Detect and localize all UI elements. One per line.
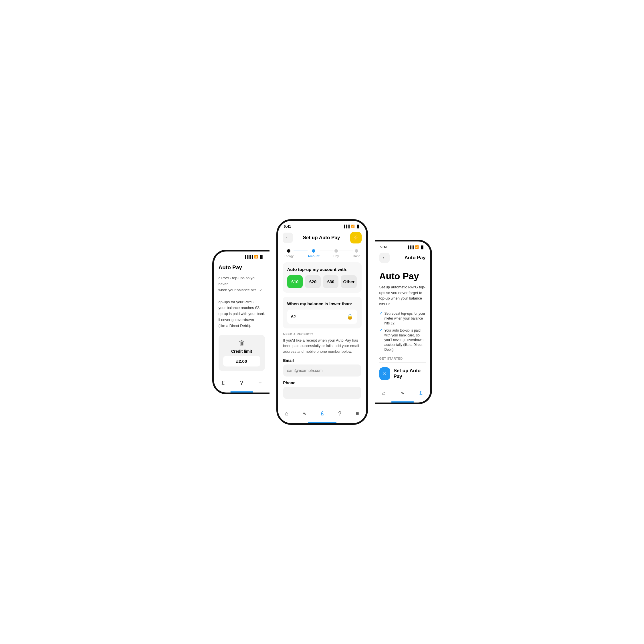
balance-field: £2 🔒 [287, 310, 357, 324]
amount-20-button[interactable]: £20 [305, 275, 321, 288]
scene: ▐▐▐▐ 📶 ▐▌ Auto Pay c PAYG top-ups so you… [165, 219, 479, 425]
center-nav-header: ← Set up Auto Pay ⚡ [278, 230, 366, 247]
stepper-line-3 [339, 251, 353, 251]
left-title: Auto Pay [219, 264, 265, 271]
right-nav-home-icon[interactable]: ⌂ [381, 389, 387, 397]
credit-limit-label: Credit limit [231, 349, 252, 354]
stepper-label-energy: Energy [284, 254, 294, 258]
amount-10-button[interactable]: £10 [287, 275, 303, 288]
stepper-dot-amount [312, 249, 315, 253]
credit-card: 🗑 Credit limit £2.00 [219, 335, 265, 371]
stepper-dot-done [355, 249, 358, 253]
center-flash-button[interactable]: ⚡ [350, 232, 362, 243]
check-text-2: Your auto top-up is paid with your bank … [385, 328, 426, 352]
infinity-icon: ∞ [383, 370, 387, 377]
amount-options: £10 £20 £30 Other [287, 275, 357, 288]
balance-card-title: When my balance is lower than: [287, 301, 357, 306]
center-nav-title: Set up Auto Pay [303, 235, 340, 241]
right-back-button[interactable]: ← [379, 253, 390, 263]
check-mark-1: ✓ [379, 311, 382, 326]
right-nav-title: Auto Pay [405, 255, 426, 261]
flash-icon: ⚡ [352, 234, 359, 241]
right-status-bar: 9:41 ▐▐▐ 📶 ▐▌ [375, 241, 430, 250]
amount-card: Auto top-up my account with: £10 £20 £30… [283, 262, 362, 293]
right-wifi-icon: 📶 [415, 245, 419, 249]
stepper-dot-energy [287, 249, 290, 253]
left-status-bar: ▐▐▐▐ 📶 ▐▌ [214, 251, 270, 260]
center-content: Auto top-up my account with: £10 £20 £30… [278, 262, 366, 407]
get-started-label: GET STARTED [379, 357, 426, 360]
center-bottom-nav: ⌂ ∿ £ ? ≡ [278, 406, 366, 423]
center-battery-icon: ▐▌ [356, 225, 360, 228]
stepper-amount: Amount [308, 249, 320, 258]
right-description: Set up automatic PAYG top-ups so you nev… [379, 284, 426, 307]
right-content: Auto Pay Set up automatic PAYG top-ups s… [375, 266, 430, 385]
center-status-bar: 9:41 ▐▐▐ 📶 ▐▌ [278, 221, 366, 230]
amount-30-button[interactable]: £30 [323, 275, 339, 288]
right-phone: 9:41 ▐▐▐ 📶 ▐▌ ← Auto Pay Auto Pay Set up… [375, 240, 432, 404]
setup-btn-label: Set up Auto Pay [394, 368, 426, 379]
left-phone: ▐▐▐▐ 📶 ▐▌ Auto Pay c PAYG top-ups so you… [212, 250, 270, 394]
check-item-1: ✓ Set repeat top-ups for your meter when… [379, 311, 426, 326]
center-nav-menu-icon[interactable]: ≡ [354, 409, 360, 418]
right-bottom-nav: ⌂ ∿ £ [375, 386, 430, 403]
signal-icon: ▐▐▐▐ [244, 255, 253, 259]
receipt-description: If you'd like a receipt when your Auto P… [283, 338, 361, 354]
left-bottom-nav: £ ? ≡ [214, 376, 270, 393]
check-text-1: Set repeat top-ups for your meter when y… [385, 311, 426, 326]
left-status-icons: ▐▐▐▐ 📶 ▐▌ [244, 255, 264, 259]
phone-input[interactable] [283, 387, 361, 399]
right-battery-icon: ▐▌ [420, 245, 425, 249]
phone-label: Phone [283, 381, 361, 385]
stepper-line-1 [294, 251, 308, 251]
right-nav-activity-icon[interactable]: ∿ [399, 389, 405, 397]
setup-auto-pay-button[interactable]: ∞ Set up Auto Pay [379, 366, 426, 381]
check-mark-2: ✓ [379, 328, 382, 352]
trash-icon: 🗑 [239, 339, 245, 347]
check-item-2: ✓ Your auto top-up is paid with your ban… [379, 328, 426, 352]
stepper-done: Done [353, 249, 360, 258]
center-phone: 9:41 ▐▐▐ 📶 ▐▌ ← Set up Auto Pay ⚡ Energy [276, 219, 368, 425]
wifi-icon: 📶 [254, 255, 258, 259]
right-nav-payment-icon[interactable]: £ [418, 389, 424, 397]
receipt-section: NEED A RECEIPT? If you'd like a receipt … [283, 332, 362, 403]
center-wifi-icon: 📶 [351, 225, 355, 228]
email-input[interactable] [283, 364, 361, 377]
center-status-icons: ▐▐▐ 📶 ▐▌ [343, 225, 360, 228]
stepper-label-amount: Amount [308, 254, 320, 258]
right-big-title: Auto Pay [379, 271, 426, 282]
stepper-label-done: Done [353, 254, 360, 258]
balance-card: When my balance is lower than: £2 🔒 [283, 297, 362, 328]
right-status-icons: ▐▐▐ 📶 ▐▌ [407, 245, 425, 249]
right-time: 9:41 [381, 245, 388, 249]
stepper-pay: Pay [333, 249, 339, 258]
amount-card-title: Auto top-up my account with: [287, 267, 357, 272]
amount-other-button[interactable]: Other [341, 275, 357, 288]
email-label: Email [283, 358, 361, 363]
left-nav-menu-icon[interactable]: ≡ [257, 379, 263, 387]
progress-stepper: Energy Amount Pay Done [278, 247, 366, 262]
stepper-label-pay: Pay [333, 254, 339, 258]
right-nav-header: ← Auto Pay [375, 250, 430, 266]
stepper-line-2 [320, 251, 334, 251]
lock-icon: 🔒 [347, 314, 353, 320]
auto-pay-icon: ∞ [379, 367, 390, 380]
credit-value: £2.00 [223, 356, 260, 366]
center-signal-icon: ▐▐▐ [343, 225, 350, 228]
right-signal-icon: ▐▐▐ [407, 245, 414, 249]
center-nav-home-icon[interactable]: ⌂ [284, 409, 290, 418]
left-description: c PAYG top-ups so you never when your ba… [219, 275, 265, 329]
stepper-items: Energy Amount Pay Done [284, 249, 360, 258]
center-nav-payment-icon[interactable]: £ [320, 409, 325, 418]
balance-value: £2 [291, 314, 296, 319]
left-nav-help-icon[interactable]: ? [239, 379, 244, 387]
divider [379, 362, 426, 363]
stepper-energy: Energy [284, 249, 294, 258]
left-content: Auto Pay c PAYG top-ups so you never whe… [214, 260, 270, 375]
left-nav-payment-icon[interactable]: £ [220, 379, 226, 387]
center-nav-help-icon[interactable]: ? [337, 409, 342, 418]
center-nav-activity-icon[interactable]: ∿ [302, 410, 308, 417]
center-back-button[interactable]: ← [283, 233, 293, 243]
receipt-label: NEED A RECEIPT? [283, 332, 361, 336]
battery-icon: ▐▌ [259, 255, 264, 259]
